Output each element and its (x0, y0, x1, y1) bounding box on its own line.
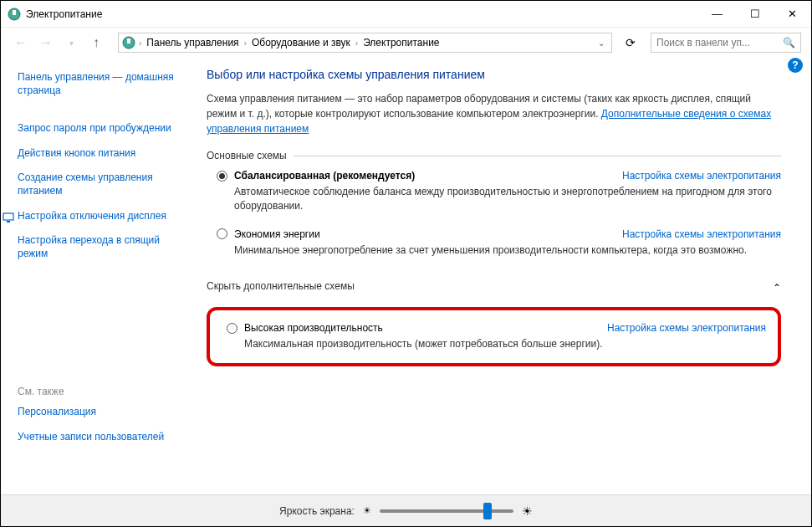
breadcrumb-item[interactable]: Электропитание (361, 37, 441, 49)
group-label: Скрыть дополнительные схемы (207, 280, 355, 292)
sidebar-see-also-link[interactable]: Учетные записи пользователей (18, 431, 176, 444)
breadcrumb-item[interactable]: Оборудование и звук (250, 37, 352, 49)
recent-dropdown[interactable]: ▾ (61, 33, 81, 53)
svg-rect-1 (13, 10, 16, 15)
main-area: Панель управления — домашняя страница За… (1, 58, 811, 494)
page-description: Схема управления питанием — это набор па… (207, 91, 781, 136)
radio-power-saver[interactable] (217, 228, 227, 239)
help-icon[interactable]: ? (788, 58, 803, 73)
sidebar-link[interactable]: Запрос пароля при пробуждении (18, 122, 176, 136)
see-also-label: См. также (18, 386, 176, 397)
plan-settings-link[interactable]: Настройка схемы электропитания (607, 322, 766, 334)
brightness-slider[interactable] (380, 509, 513, 513)
search-placeholder: Поиск в панели уп... (656, 37, 750, 49)
search-icon: 🔍 (783, 37, 795, 49)
plan-description: Максимальная производительность (может п… (227, 337, 766, 351)
sidebar-link[interactable]: Создание схемы управления питанием (18, 171, 176, 197)
primary-plans-group: Основные схемы Сбалансированная (рекомен… (207, 150, 781, 272)
additional-plans-group: Скрыть дополнительные схемы ⌃ Высокая пр… (207, 280, 781, 366)
sidebar-home-link[interactable]: Панель управления — домашняя страница (18, 71, 176, 97)
monitor-icon (3, 212, 14, 223)
plan-name: Высокая производительность (244, 322, 383, 334)
moon-icon (3, 236, 14, 248)
window-title: Электропитание (26, 8, 102, 20)
minimize-button[interactable]: — (698, 2, 736, 27)
chevron-right-icon: › (139, 38, 141, 48)
breadcrumb[interactable]: › Панель управления › Оборудование и зву… (118, 33, 612, 53)
collapse-button[interactable]: ⌃ (773, 282, 781, 294)
radio-balanced[interactable] (217, 171, 227, 182)
chevron-down-icon[interactable]: ⌄ (598, 38, 608, 48)
sidebar-link-display-off[interactable]: Настройка отключения дисплея (3, 210, 176, 223)
back-button[interactable]: ← (11, 33, 31, 53)
highlight-box: Высокая производительность Настройка схе… (207, 307, 781, 366)
sidebar-link-sleep[interactable]: Настройка перехода в спящий режим (3, 234, 176, 260)
plan-description: Автоматическое соблюдение баланса между … (217, 185, 781, 213)
page-heading: Выбор или настройка схемы управления пит… (207, 68, 781, 81)
plan-description: Минимальное энергопотребление за счет ум… (217, 243, 781, 258)
sun-high-icon: ☀ (522, 504, 533, 518)
group-label: Основные схемы (207, 150, 294, 161)
maximize-button[interactable]: ☐ (736, 2, 774, 27)
sidebar-see-also-link[interactable]: Персонализация (18, 406, 176, 419)
plan-name: Экономия энергии (234, 228, 320, 240)
chevron-right-icon: › (244, 38, 247, 48)
power-options-icon (122, 36, 135, 49)
content-area: ? Выбор или настройка схемы управления п… (176, 58, 811, 494)
refresh-button[interactable]: ⟳ (620, 33, 641, 53)
plan-high-performance: Высокая производительность Настройка схе… (217, 322, 766, 351)
window-controls: — ☐ ✕ (698, 2, 811, 27)
brightness-bar: Яркость экрана: ☀ ☀ (1, 494, 811, 526)
power-options-icon (8, 8, 21, 21)
radio-high-performance[interactable] (227, 323, 237, 334)
plan-balanced: Сбалансированная (рекомендуется) Настрой… (207, 170, 781, 213)
svg-rect-3 (127, 38, 130, 43)
plan-name: Сбалансированная (рекомендуется) (234, 170, 415, 182)
nav-bar: ← → ▾ ↑ › Панель управления › Оборудован… (1, 28, 811, 58)
chevron-right-icon: › (355, 38, 358, 48)
brightness-label: Яркость экрана: (279, 505, 355, 517)
close-button[interactable]: ✕ (774, 2, 811, 27)
svg-rect-5 (7, 221, 10, 223)
titlebar: Электропитание — ☐ ✕ (1, 1, 811, 28)
plan-settings-link[interactable]: Настройка схемы электропитания (622, 170, 781, 182)
breadcrumb-item[interactable]: Панель управления (145, 37, 240, 49)
up-button[interactable]: ↑ (86, 33, 106, 53)
slider-thumb[interactable] (483, 503, 492, 519)
sun-low-icon: ☀ (363, 505, 371, 516)
plan-power-saver: Экономия энергии Настройка схемы электро… (207, 228, 781, 258)
sidebar: Панель управления — домашняя страница За… (1, 58, 176, 494)
svg-rect-4 (3, 213, 13, 220)
plan-settings-link[interactable]: Настройка схемы электропитания (622, 228, 781, 240)
search-input[interactable]: Поиск в панели уп... 🔍 (651, 33, 801, 53)
sidebar-link[interactable]: Действия кнопок питания (18, 147, 176, 161)
forward-button[interactable]: → (36, 33, 56, 53)
